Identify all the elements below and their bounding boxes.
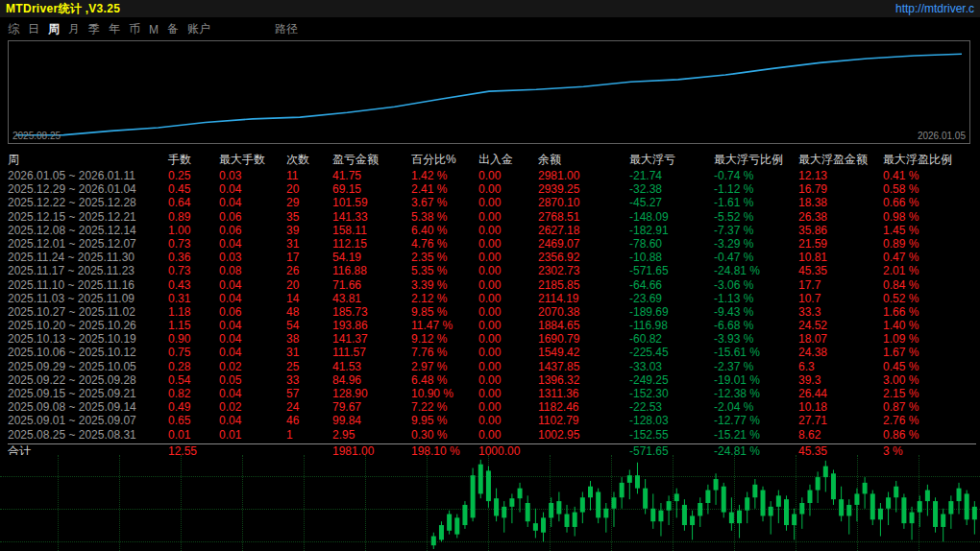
cell-max_lots: 0.04 [219,319,286,332]
equity-chart: 2025.08.25 2026.01.05 [8,40,970,144]
window-title: MTDriver统计 ,V3.25 [6,1,120,17]
table-row: 2025.11.10 ~ 2025.11.160.430.042071.663.… [8,278,976,292]
cell-balance: 2469.07 [538,237,629,251]
cell-max_lots: 0.04 [219,387,286,400]
cell-pl: 41.75 [332,169,411,182]
column-header-11: 最大浮盈比例 [883,151,976,169]
menu-item-lujing[interactable]: 路径 [275,21,298,37]
table-row: 2025.08.25 ~ 2025.08.310.010.0112.950.30… [8,428,976,442]
cell-pl: 43.81 [332,292,411,305]
menu-item-zong[interactable]: 综 [8,21,19,37]
cell-inout: 0.00 [478,169,538,182]
cell-inout: 0.00 [478,319,538,332]
cell-fp: 45.35 [798,264,883,277]
cell-balance: 2768.51 [538,210,629,224]
column-header-1: 手数 [168,151,219,169]
menu-item-bi[interactable]: 币 [129,21,140,37]
cell-inout: 0.00 [478,373,538,387]
cell-fp: 6.3 [798,360,883,373]
cell-fp_pct: 1.40 % [883,319,976,332]
cell-fp: 35.86 [798,224,883,237]
cell-max_lots: 0.02 [219,400,286,414]
cell-period: 2025.10.13 ~ 2025.10.19 [8,332,168,346]
menu-item-ri[interactable]: 日 [28,21,39,37]
table-row: 2025.09.22 ~ 2025.09.280.540.053384.966.… [8,373,976,387]
menu-item-zhou[interactable]: 周 [48,21,60,37]
cell-fp_pct: 1.09 % [883,332,976,346]
cell-balance: 1002.95 [538,428,629,442]
cell-dd_pct: -0.47 % [714,251,798,264]
cell-count: 31 [286,237,332,251]
cell-pct: 0.30 % [411,428,478,442]
cell-dd_pct: -2.04 % [714,400,798,414]
cell-pct: 9.95 % [411,414,478,427]
cell-lots: 0.65 [168,414,219,427]
table-row: 2025.12.15 ~ 2025.12.210.890.0635141.335… [8,210,976,224]
cell-fp: 10.7 [798,292,883,305]
cell-fp: 33.3 [798,305,883,319]
cell-balance: 2114.19 [538,292,629,305]
cell-max_lots: 0.03 [219,251,286,264]
table-row: 2025.10.20 ~ 2025.10.261.150.0454193.861… [8,319,976,332]
cell-fp_pct: 3.00 % [883,373,976,387]
cell-lots: 0.36 [168,251,219,264]
cell-fp_pct: 0.86 % [883,428,976,442]
cell-dd_pct: -3.93 % [714,332,798,346]
cell-dd_pct: -9.43 % [714,305,798,319]
cell-fp: 10.81 [798,251,883,264]
cell-balance: 1437.85 [538,360,629,373]
cell-pct: 3.39 % [411,278,478,292]
cell-dd_pct: -3.29 % [714,237,798,251]
cell-fp_pct: 0.84 % [883,278,976,292]
cell-lots: 0.31 [168,292,219,305]
cell-fp: 16.79 [798,182,883,196]
price-chart [0,455,980,551]
cell-fp: 18.07 [798,332,883,346]
cell-balance: 2627.18 [538,224,629,237]
table-row: 2025.09.29 ~ 2025.10.050.280.022541.532.… [8,360,976,373]
cell-pct: 2.35 % [411,251,478,264]
cell-lots: 0.73 [168,237,219,251]
cell-max_lots: 0.04 [219,332,286,346]
cell-count: 11 [286,169,332,182]
cell-period: 2025.12.29 ~ 2026.01.04 [8,182,168,196]
cell-pct: 7.22 % [411,400,478,414]
menu-item-zhanghu[interactable]: 账户 [187,21,210,37]
website-link[interactable]: http://mtdriver.c [895,2,974,15]
mtdriver-stats-window: MTDriver统计 ,V3.25 http://mtdriver.c 综日周月… [0,0,980,551]
menu-item-nian[interactable]: 年 [109,21,120,37]
cell-count: 57 [286,387,332,400]
cell-pl: 141.33 [332,210,411,224]
cell-inout: 0.00 [478,210,538,224]
menu-item-yue[interactable]: 月 [68,21,80,37]
cell-dd: -10.88 [629,251,714,264]
cell-pl: 54.19 [332,251,411,264]
table-row: 2026.01.05 ~ 2026.01.110.250.031141.751.… [8,169,976,182]
column-header-3: 次数 [286,151,332,169]
cell-max_lots: 0.04 [219,278,286,292]
cell-dd_pct: -0.74 % [714,169,798,182]
cell-balance: 1102.79 [538,414,629,427]
cell-balance: 2070.38 [538,305,629,319]
cell-dd_pct: -3.06 % [714,278,798,292]
table-header-row: 周手数最大手数次数盈亏金额百分比%出入金余额最大浮亏最大浮亏比例最大浮盈金额最大… [8,151,976,169]
cell-lots: 1.15 [168,319,219,332]
menu-item-ji[interactable]: 季 [88,21,100,37]
cell-balance: 1311.36 [538,387,629,400]
cell-dd: -152.30 [629,387,714,400]
cell-pl: 116.88 [332,264,411,277]
cell-inout: 0.00 [478,182,538,196]
cell-lots: 0.43 [168,278,219,292]
cell-period: 2025.08.25 ~ 2025.08.31 [8,428,168,442]
cell-dd: -32.38 [629,182,714,196]
cell-period: 2025.11.10 ~ 2025.11.16 [8,278,168,292]
cell-inout: 0.00 [478,292,538,305]
cell-inout: 0.00 [478,224,538,237]
cell-count: 46 [286,414,332,427]
menu-item-bei[interactable]: 备 [167,21,179,37]
cell-fp: 12.13 [798,169,883,182]
cell-lots: 0.89 [168,210,219,224]
cell-fp_pct: 0.45 % [883,360,976,373]
equity-end-date-label: 2026.01.05 [918,131,966,141]
menu-item-magic[interactable]: M [149,23,159,36]
